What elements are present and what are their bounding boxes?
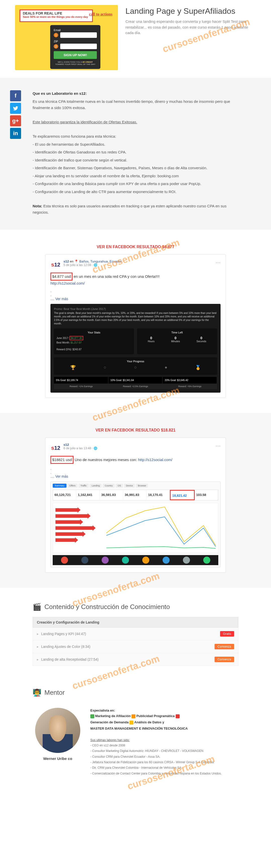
- goals-row: 5% Goal: $3,189.7410% Goal: $3,341.6420%…: [54, 377, 217, 383]
- os-dock: [53, 555, 218, 565]
- fb-post-2: s12 s12 6 de julio a las 13:48 · 🌐 ⋯ $18…: [45, 437, 226, 573]
- fb-meta: s12 6 de julio a las 13:48 · 🌐: [63, 443, 97, 450]
- header-section: DEALS FOR REAL LIFE Save 50% or more on …: [0, 0, 271, 78]
- result1-link[interactable]: VER EN FACEBOOK RESULTADO $4.877: [33, 245, 238, 249]
- mentor-icon: 👨‍🏫: [33, 688, 41, 697]
- page-subtitle: Crear una landing esperando que conviert…: [125, 19, 256, 36]
- dock-icon: [81, 557, 88, 564]
- tab-item: OS: [116, 484, 123, 488]
- lab-explain: Te explicaremos como funciona para esta …: [33, 133, 238, 140]
- band-title: DEALS FOR REAL LIFE: [20, 10, 92, 15]
- badge-icon: [129, 720, 133, 724]
- page-title: Landing Page y SuperAfiliados: [125, 6, 256, 16]
- s12-avatar: s12: [51, 259, 61, 270]
- s12-link[interactable]: http://s12social.com/: [51, 281, 85, 285]
- dash-tabs: Summary Offers Traffic Landing Country O…: [53, 484, 218, 488]
- dock-icon: [142, 557, 149, 564]
- badge-icon: [131, 714, 136, 718]
- tab-item: Country: [102, 484, 115, 488]
- fb-menu-icon[interactable]: ⋯: [215, 259, 220, 266]
- result2-link[interactable]: VER EN FACEBOOK RESULTADO $18.821: [33, 428, 238, 433]
- step-icon: ●: [164, 365, 168, 370]
- play-icon: ▸: [37, 645, 39, 649]
- lesson-badge[interactable]: Comienza: [214, 644, 234, 649]
- accordion-header[interactable]: Creación y Configuración de Landing: [33, 617, 238, 627]
- share-linkedin[interactable]: in: [10, 128, 21, 139]
- s12-link[interactable]: http://s12social.com/: [138, 458, 172, 462]
- tab-item: Browser: [136, 484, 148, 488]
- lesson-row[interactable]: ▸Landing de alta Receptividad (27:54)Com…: [33, 653, 238, 666]
- lab-bullet: - Identificación del trafico que convier…: [33, 157, 238, 163]
- dock-icon: [61, 557, 68, 564]
- fb-name[interactable]: s12: [63, 443, 69, 446]
- landing-thumbnail: DEALS FOR REAL LIFE Save 50% or more on …: [15, 5, 118, 70]
- share-googleplus[interactable]: g+: [10, 115, 21, 126]
- ver-mas[interactable]: .... Ver más: [51, 297, 220, 301]
- mentor-left: Werner Uribe co: [33, 708, 83, 776]
- content-section: 🎬 Contenido y Construcción de Conocimien…: [0, 588, 271, 681]
- fb-post-1: s12 s12 en 📍 Baños, Tungurahua, Ecuador.…: [45, 254, 226, 398]
- promo-title: Promo: Beat Your Best Month (June 2017): [54, 307, 217, 310]
- fb-date: 5 de julio a las 12:08 · 🌐: [63, 263, 122, 267]
- result1-section: VER EN FACEBOOK RESULTADO $4.877 s12 s12…: [0, 230, 271, 413]
- lab-guarantee: Este laboratorio garantiza la identifica…: [33, 119, 238, 125]
- ver-mas[interactable]: .... Ver más: [51, 474, 220, 478]
- medal-icon: 🏅: [195, 365, 201, 370]
- lab-section: f g+ in Que es un Laboratorio en s12: Es…: [0, 78, 271, 230]
- metric-cell: 60,120,721: [53, 490, 76, 500]
- metric-cell: 18,821.42: [170, 490, 194, 500]
- share-twitter[interactable]: [10, 103, 21, 114]
- lesson-title: Landing Pages y KPI (44:47): [41, 632, 86, 636]
- tab-item: Landing: [90, 484, 102, 488]
- step-icon: ○: [103, 365, 107, 370]
- lesson-badge[interactable]: Gratis: [220, 631, 234, 637]
- dock-icon: [122, 557, 129, 564]
- metric-cell: 103.58: [195, 490, 218, 500]
- s12-avatar: s12: [51, 443, 61, 453]
- zip-label: ZIP: [54, 40, 97, 43]
- fb-location[interactable]: Baños, Tungurahua, Ecuador.: [79, 259, 122, 263]
- play-icon: ▸: [37, 632, 39, 636]
- dock-icon: [203, 557, 210, 564]
- mentor-name: Werner Uribe co: [33, 756, 83, 761]
- mentor-photo: [35, 708, 80, 753]
- timeleft-box: Time Left 0Hours 0Minutes 0Seconds: [137, 329, 217, 354]
- email-label: Email: [54, 29, 97, 32]
- lab-bullet: - Configuración de una Landing de alto C…: [33, 189, 238, 195]
- stats-box: Your Stats June 2017: $4,877.30 Best Mon…: [54, 329, 134, 354]
- mentor-title: 👨‍🏫 Mentor: [33, 688, 238, 697]
- location-icon: 📍: [74, 259, 78, 263]
- metrics-row: 60,120,7211,162,84136,591.8336,991.8318,…: [53, 490, 218, 500]
- cta-label: call to actions: [89, 12, 113, 17]
- trophy-icon: 🏆: [70, 365, 76, 370]
- tab-summary: Summary: [53, 484, 66, 488]
- result2-section: VER EN FACEBOOK RESULTADO $18.821 s12 s1…: [0, 413, 271, 588]
- mentor-item: - Comercialización de Contact Center par…: [90, 771, 238, 776]
- band-sub: Save 50% or more on the things you do ev…: [20, 15, 92, 18]
- header-text: Landing Page y SuperAfiliados Crear una …: [125, 5, 256, 70]
- fb-name[interactable]: s12: [63, 259, 69, 263]
- metric-cell: 36,591.83: [100, 490, 123, 500]
- lesson-row[interactable]: ▸Landing Ajustes de Color (8:34)Comienza: [33, 640, 238, 653]
- fb-menu-icon[interactable]: ⋯: [215, 443, 220, 449]
- step-2: 2: [54, 44, 58, 49]
- lab-bullet: - Identificación de Ofertas Ganadoras en…: [33, 149, 238, 155]
- share-facebook[interactable]: f: [10, 90, 21, 101]
- lesson-title: Landing Ajustes de Color (8:34): [41, 645, 90, 649]
- dock-icon: [102, 557, 109, 564]
- amount-highlight: $18821 usd: [51, 456, 73, 464]
- credit-text: WE'LL EVEN TOSS YOU A $5 CREDITTOWARD YO…: [54, 61, 97, 65]
- tab-item: Device: [124, 484, 135, 488]
- badge-icon: [176, 714, 180, 718]
- lesson-badge[interactable]: Comienza: [214, 657, 234, 662]
- mentor-item: - Consultor CRM para Chevrolet Ecuador -…: [90, 754, 238, 759]
- deals-band: DEALS FOR REAL LIFE Save 50% or more on …: [20, 9, 93, 22]
- tab-item: Offers: [67, 484, 78, 488]
- social-share: f g+ in: [10, 90, 21, 139]
- signup-button: SIGN UP NOW!: [54, 51, 97, 59]
- promo-desc: The goal is simple. Beat your best month…: [54, 311, 217, 326]
- mentor-item: - Jefatura Nacional de Fidelización para…: [90, 760, 238, 765]
- mentor-section: 👨‍🏫 Mentor Werner Uribe co Especialista …: [0, 681, 271, 792]
- metric-cell: 1,162,841: [76, 490, 100, 500]
- lesson-row[interactable]: ▸Landing Pages y KPI (44:47)Gratis: [33, 627, 238, 640]
